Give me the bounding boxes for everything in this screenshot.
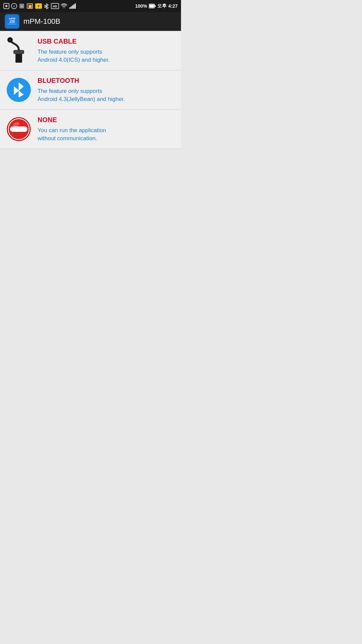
- svg-text:100: 100: [9, 20, 15, 23]
- svg-rect-15: [72, 5, 73, 9]
- svg-rect-14: [71, 6, 72, 9]
- talk-icon: T: [35, 3, 42, 9]
- svg-point-34: [9, 39, 11, 41]
- app-title: mPM-100B: [23, 17, 60, 26]
- none-icon-container: [5, 116, 32, 143]
- svg-rect-20: [155, 5, 156, 7]
- none-option[interactable]: NONE You can run the applicationwithout …: [0, 110, 181, 149]
- bluetooth-text: BLUETOOTH The feature only supportsAndro…: [38, 77, 176, 103]
- app-icon-3: ≡: [19, 3, 25, 9]
- bluetooth-icon-container: [5, 76, 32, 103]
- bluetooth-description: The feature only supportsAndroid 4.3(Jel…: [38, 87, 176, 103]
- none-description: You can run the applicationwithout commu…: [38, 126, 176, 143]
- signal-bars-icon: [69, 3, 76, 9]
- usb-cable-option[interactable]: USB CABLE The feature only supportsAndro…: [0, 31, 181, 70]
- app-icon-1: [3, 3, 9, 9]
- usb-cable-description: The feature only supportsAndroid 4.0(ICS…: [38, 48, 176, 64]
- bluetooth-circle: [7, 78, 31, 102]
- svg-text:📶: 📶: [28, 4, 32, 8]
- status-icons: + ≡ 📶 T HD: [3, 3, 76, 9]
- svg-rect-31: [14, 51, 23, 53]
- connection-options-list: USB CABLE The feature only supportsAndro…: [0, 31, 181, 149]
- app-icon-2: +: [11, 3, 17, 9]
- time-display: 4:27: [168, 3, 178, 9]
- bluetooth-title: BLUETOOTH: [38, 77, 176, 85]
- svg-rect-19: [149, 5, 154, 8]
- svg-text:T: T: [38, 5, 40, 8]
- wifi-icon: [61, 3, 67, 9]
- none-text: NONE You can run the applicationwithout …: [38, 116, 176, 143]
- none-title: NONE: [38, 116, 176, 124]
- svg-rect-17: [75, 3, 76, 9]
- usb-icon: [5, 37, 32, 64]
- svg-rect-27: [16, 54, 21, 62]
- status-bar: + ≡ 📶 T HD: [0, 0, 181, 12]
- app-logo: mPM 100: [5, 14, 19, 29]
- am-pm-label: 오후: [157, 3, 167, 9]
- svg-text:≡: ≡: [21, 5, 23, 8]
- hd-icon: HD: [51, 3, 59, 9]
- app-icon: mPM 100: [5, 14, 19, 29]
- bluetooth-status-icon: [44, 3, 49, 9]
- svg-text:HD: HD: [53, 5, 57, 8]
- svg-rect-25: [7, 23, 17, 24]
- no-entry-icon: [7, 117, 31, 141]
- svg-rect-16: [73, 4, 74, 9]
- usb-cable-title: USB CABLE: [38, 38, 176, 45]
- battery-percent: 100%: [135, 3, 147, 9]
- battery-icon: [149, 4, 156, 8]
- app-header: mPM 100 mPM-100B: [0, 12, 181, 31]
- usb-cable-icon: [5, 37, 32, 64]
- usb-cable-text: USB CABLE The feature only supportsAndro…: [38, 38, 176, 64]
- svg-rect-39: [10, 126, 27, 132]
- wifi-signal-icon: 📶: [26, 3, 33, 9]
- bluetooth-option[interactable]: BLUETOOTH The feature only supportsAndro…: [0, 70, 181, 110]
- svg-rect-13: [69, 7, 70, 9]
- bluetooth-symbol-icon: [12, 82, 25, 98]
- status-right-info: 100% 오후 4:27: [135, 3, 178, 9]
- svg-text:+: +: [13, 5, 15, 8]
